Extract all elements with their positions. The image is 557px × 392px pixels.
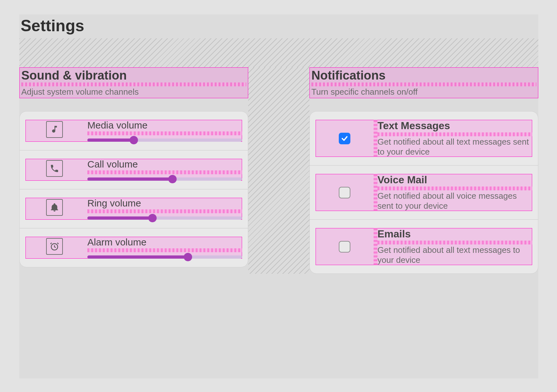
bell-icon (46, 199, 63, 216)
divider-squiggle (87, 209, 242, 213)
ring-volume-slider[interactable] (87, 216, 242, 220)
notifications-section-title: Notifications (311, 69, 536, 82)
notification-title: Voice Mail (377, 174, 532, 186)
notification-row-text-messages: Text Messages Get notified about all tex… (316, 120, 532, 157)
divider-squiggle (377, 132, 532, 136)
divider-squiggle (87, 131, 242, 135)
divider-squiggle (377, 186, 532, 190)
music-note-icon (46, 121, 63, 138)
text-messages-checkbox[interactable] (339, 133, 350, 144)
call-volume-slider[interactable] (87, 177, 242, 181)
notifications-card: Text Messages Get notified about all tex… (309, 111, 538, 274)
divider-squiggle (21, 82, 246, 86)
sound-section: Sound & vibration Adjust system volume c… (19, 67, 248, 267)
volume-label: Call volume (87, 159, 242, 170)
emails-checkbox[interactable] (339, 241, 350, 253)
layout-hatch-center (248, 67, 309, 274)
volume-row-call: Call volume (25, 159, 242, 181)
divider-squiggle (374, 120, 377, 157)
layout-hatch-top (19, 38, 538, 67)
notification-subtitle: Get notified about all voice messages se… (377, 191, 532, 211)
media-volume-slider[interactable] (87, 139, 242, 142)
volume-row-ring: Ring volume (25, 198, 242, 220)
divider-squiggle (311, 82, 536, 86)
volume-row-media: Media volume (25, 120, 242, 142)
alarm-icon (46, 238, 63, 255)
volume-label: Alarm volume (87, 237, 242, 248)
notifications-section: Notifications Turn specific channels on/… (309, 67, 538, 274)
phone-icon (46, 160, 63, 177)
sound-section-header: Sound & vibration Adjust system volume c… (19, 67, 248, 98)
notification-title: Text Messages (377, 120, 532, 132)
notification-subtitle: Get notified about all text messages to … (377, 245, 532, 265)
page-title: Settings (19, 14, 538, 36)
settings-panel: Settings Sound & vibration Adjust system… (19, 14, 538, 378)
sound-section-title: Sound & vibration (21, 69, 246, 82)
alarm-volume-slider[interactable] (87, 255, 242, 259)
divider-squiggle (87, 248, 242, 252)
volume-row-alarm: Alarm volume (25, 237, 242, 259)
notification-row-voice-mail: Voice Mail Get notified about all voice … (316, 174, 532, 211)
notification-subtitle: Get notified about all text messages sen… (377, 137, 532, 157)
sound-section-subtitle: Adjust system volume channels (21, 87, 246, 97)
notifications-section-header: Notifications Turn specific channels on/… (309, 67, 538, 98)
divider-squiggle (374, 228, 377, 265)
volume-label: Media volume (87, 120, 242, 131)
sound-card: Media volume (19, 111, 248, 267)
voice-mail-checkbox[interactable] (339, 187, 350, 198)
notifications-section-subtitle: Turn specific channels on/off (311, 87, 536, 97)
divider-squiggle (377, 241, 532, 244)
volume-label: Ring volume (87, 198, 242, 209)
notification-row-emails: Emails Get notified about all text messa… (316, 228, 532, 265)
notification-title: Emails (377, 228, 532, 241)
divider-squiggle (374, 174, 377, 211)
divider-squiggle (87, 170, 242, 174)
